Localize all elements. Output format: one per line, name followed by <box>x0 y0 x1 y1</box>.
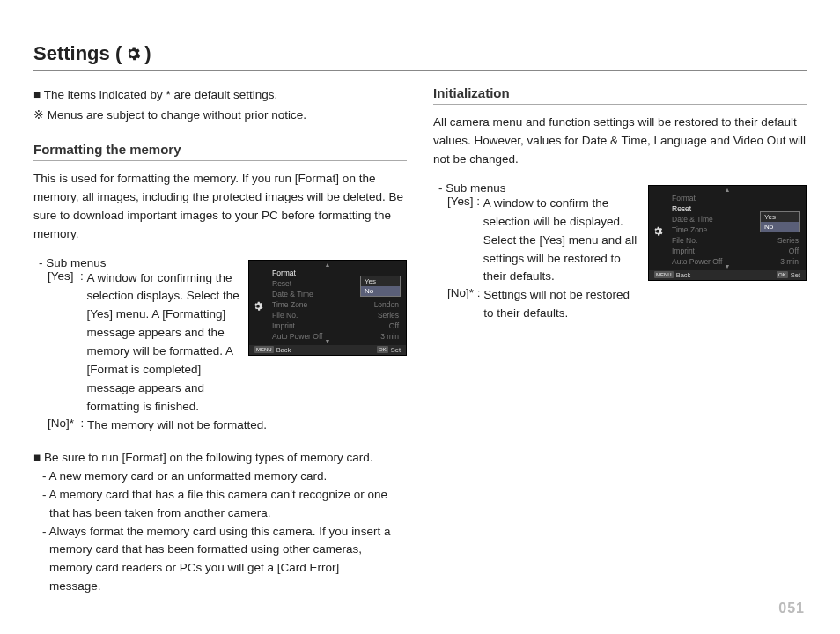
no-description: Settings will not be restored to their d… <box>483 286 639 323</box>
format-notes-list: ■ Be sure to run [Format] on the followi… <box>33 449 407 596</box>
no-description: The memory will not be formatted. <box>87 417 407 435</box>
initialization-description: All camera menu and function settings wi… <box>433 114 807 169</box>
camera-menu-format: ▲ FormatResetDate & TimeTime ZoneLondonF… <box>248 260 407 356</box>
camera-menu-label: Auto Power Off <box>672 257 722 266</box>
camera-menu-label: Imprint <box>272 321 295 330</box>
note-always-format: - Always format the memory card using th… <box>42 523 407 542</box>
camera-menu-label: Imprint <box>672 247 695 255</box>
camera-menu-label: File No. <box>272 311 298 320</box>
camera-menu-label: Date & Time <box>672 215 713 224</box>
camera-menu-reset: ▲ FormatResetDate & TimeTime ZoneLondonF… <box>648 185 807 281</box>
no-key: [No]* : <box>447 286 483 323</box>
camera-menu-row: File No.Series <box>269 310 402 321</box>
note-always-format-2: memory card that has been formatted usin… <box>49 541 407 559</box>
format-yes-row: [Yes] : A window for confirming the sele… <box>48 269 239 417</box>
two-column-layout: ■ The items indicated by * are default s… <box>33 85 807 596</box>
format-submenus: ▲ FormatResetDate & TimeTime ZoneLondonF… <box>33 256 407 435</box>
camera-menu-row: Time ZoneLondon <box>269 299 402 310</box>
format-no-row: [No]* : The memory will not be formatted… <box>48 417 407 435</box>
format-description: This is used for formatting the memory. … <box>33 170 407 244</box>
gear-icon <box>253 301 263 312</box>
option-popup: Yes No <box>760 211 800 232</box>
yes-description: A window to confirm the selection will b… <box>483 195 639 287</box>
camera-menu-label: Time Zone <box>272 300 307 309</box>
camera-menu-row: ImprintOff <box>668 246 802 256</box>
note-always-format-3: memory card readers or PCs you will get … <box>49 559 407 578</box>
camera-lcd: ▲ FormatResetDate & TimeTime ZoneLondonF… <box>248 260 407 356</box>
option-no-selected: No <box>761 222 799 232</box>
camera-bottom-bar: MENUBack OKSet <box>649 270 806 280</box>
scroll-up-icon: ▲ <box>725 187 731 193</box>
camera-menu-value: 3 min <box>380 332 399 341</box>
note-unrecognized-file-2: that has been taken from another camera. <box>49 505 407 523</box>
option-yes: Yes <box>761 212 799 222</box>
left-column: ■ The items indicated by * are default s… <box>33 85 407 596</box>
camera-menu-row: ImprintOff <box>269 321 402 331</box>
option-yes: Yes <box>361 276 400 286</box>
init-yes-row: [Yes] : A window to confirm the selectio… <box>447 195 639 287</box>
camera-menu-label: Format <box>672 194 696 203</box>
camera-menu-value: Series <box>777 236 799 245</box>
scroll-up-icon: ▲ <box>325 262 331 268</box>
no-key: [No]* : <box>48 417 87 435</box>
camera-menu-row: Format <box>668 193 802 203</box>
title-prefix: Settings ( <box>33 42 122 65</box>
camera-lcd: ▲ FormatResetDate & TimeTime ZoneLondonF… <box>648 185 807 281</box>
camera-menu-value: London <box>374 300 399 309</box>
gear-icon <box>652 226 663 237</box>
note-default-settings: ■ The items indicated by * are default s… <box>33 85 407 106</box>
note-menus-change: ※ Menus are subject to change without pr… <box>33 106 407 126</box>
camera-menu-value: Off <box>389 321 399 330</box>
camera-menu-value: Off <box>789 247 799 255</box>
yes-key: [Yes] : <box>48 269 87 417</box>
camera-menu-row: Auto Power Off3 min <box>269 331 402 342</box>
option-no-selected: No <box>361 286 400 296</box>
scroll-down-icon: ▼ <box>325 338 331 344</box>
init-no-row: [No]* : Settings will not be restored to… <box>447 286 639 323</box>
heading-initialization: Initialization <box>433 85 807 105</box>
camera-menu-label: Format <box>272 269 296 277</box>
camera-menu-row: File No.Series <box>668 235 802 246</box>
camera-menu-row: Auto Power Off3 min <box>668 256 802 267</box>
scroll-down-icon: ▼ <box>725 263 731 269</box>
camera-menu-value: Series <box>378 311 399 320</box>
camera-bottom-bar: MENUBack OKSet <box>249 345 406 355</box>
camera-menu-label: Auto Power Off <box>272 332 322 341</box>
page-number: 051 <box>778 601 805 616</box>
note-always-format-4: message. <box>49 578 407 596</box>
camera-menu-label: Reset <box>272 279 291 288</box>
right-column: Initialization All camera menu and funct… <box>433 85 807 596</box>
note-format-types: ■ Be sure to run [Format] on the followi… <box>33 449 407 468</box>
camera-menu-label: Time Zone <box>672 225 707 234</box>
yes-key: [Yes] : <box>447 195 483 287</box>
heading-formatting-memory: Formatting the memory <box>33 142 407 161</box>
title-suffix: ) <box>144 42 151 65</box>
yes-description: A window for confirming the selection di… <box>87 269 239 417</box>
camera-menu-value: 3 min <box>780 257 799 266</box>
gear-icon <box>125 46 141 62</box>
init-submenus: ▲ FormatResetDate & TimeTime ZoneLondonF… <box>433 181 807 323</box>
option-popup: Yes No <box>360 276 401 297</box>
camera-menu-label: File No. <box>672 236 697 245</box>
camera-menu-label: Reset <box>672 204 691 213</box>
note-unrecognized-file: - A memory card that has a file this cam… <box>42 486 407 505</box>
camera-menu-label: Date & Time <box>272 290 313 299</box>
note-new-card: - A new memory card or an unformatted me… <box>42 468 407 486</box>
page-title: Settings ( ) <box>33 42 807 71</box>
